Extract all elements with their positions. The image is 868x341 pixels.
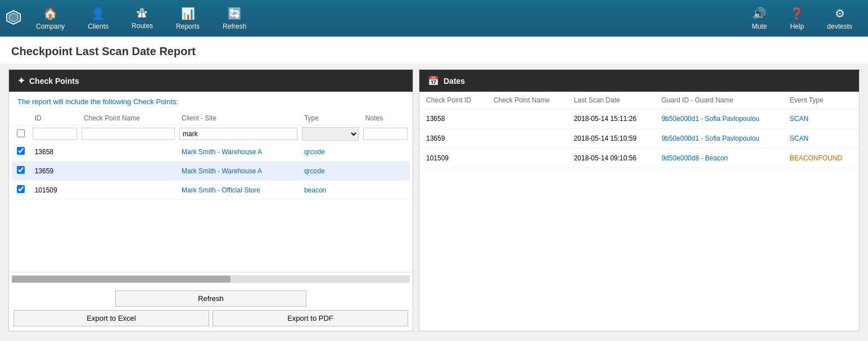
row1-checkbox[interactable] [17, 147, 25, 155]
col-id: ID [30, 111, 79, 125]
filter-id-input[interactable] [33, 128, 77, 140]
horizontal-scroll-area [9, 272, 413, 286]
filter-site-cell[interactable] [177, 125, 300, 143]
dates-tbody: 13658 2018-05-14 15:11:26 9b50e000d1 - S… [419, 109, 859, 168]
row1-notes [361, 142, 410, 161]
refresh-button[interactable]: Refresh [115, 290, 306, 307]
export-pdf-button[interactable]: Export to PDF [213, 310, 408, 326]
nav-item-company[interactable]: 🏠 Company [26, 2, 75, 35]
table-row: 101509 Mark Smith - Official Store beaco… [12, 181, 410, 200]
dates-panel: 📅 Dates Check Point ID Check Point Name … [419, 69, 860, 331]
dates-row2-cpname [487, 129, 567, 149]
nav-items-right: 🔊 Mute ❓ Help ⚙ devtests [742, 2, 862, 35]
row3-checkbox-cell[interactable] [12, 181, 30, 200]
dates-row1-lastscan: 2018-05-14 15:11:26 [567, 109, 655, 129]
dates-col-guard: Guard ID - Guard Name [655, 92, 783, 109]
table-row: 13658 2018-05-14 15:11:26 9b50e000d1 - S… [419, 109, 859, 129]
nav-label-refresh: Refresh [223, 23, 246, 30]
dates-row3-cpid: 101509 [419, 149, 487, 168]
nav-item-refresh[interactable]: 🔄 Refresh [213, 2, 256, 35]
row2-checkbox-cell[interactable] [12, 161, 30, 181]
horizontal-scrollbar[interactable] [12, 275, 410, 283]
dates-col-cpid: Check Point ID [419, 92, 487, 109]
nav-label-routes: Routes [132, 22, 153, 30]
export-excel-button[interactable]: Export to Excel [13, 310, 209, 326]
table-row: 13659 2018-05-14 15:10:59 9b50e000d1 - S… [419, 129, 859, 149]
nav-item-help[interactable]: ❓ Help [780, 2, 814, 35]
filter-name-cell[interactable] [79, 125, 177, 143]
refresh-nav-icon: 🔄 [228, 7, 242, 20]
nav-label-company: Company [36, 23, 65, 30]
filter-row: qrcode beacon [12, 125, 410, 143]
help-icon: ❓ [790, 7, 804, 20]
nav-item-reports[interactable]: 📊 Reports [166, 2, 210, 35]
routes-icon: 🛣 [137, 7, 148, 20]
filter-type-select[interactable]: qrcode beacon [302, 127, 359, 141]
row1-id: 13658 [30, 142, 79, 161]
nav-item-devtests[interactable]: ⚙ devtests [817, 2, 862, 35]
dates-row2-cpid: 13659 [419, 129, 487, 149]
row2-site: Mark Smith - Warehouse A [177, 161, 300, 181]
row3-site: Mark Smith - Official Store [177, 181, 300, 200]
dates-header-label: Dates [444, 77, 465, 86]
home-icon: 🏠 [43, 7, 57, 20]
row3-id: 101509 [30, 181, 79, 200]
dates-row1-guard: 9b50e000d1 - Sofia Pavlopoulou [655, 109, 783, 129]
row2-checkbox[interactable] [17, 166, 25, 174]
checkpoints-table-wrapper: ID Check Point Name Client - Site Type N… [9, 111, 413, 272]
bottom-buttons: Refresh Export to Excel Export to PDF [9, 286, 413, 331]
row3-type: beacon [300, 181, 361, 200]
filter-type-cell[interactable]: qrcode beacon [300, 125, 361, 143]
dates-row1-cpname [487, 109, 567, 129]
move-icon: ✦ [17, 75, 25, 86]
table-row: 101509 2018-05-14 09:10:56 9d50e000d8 - … [419, 149, 859, 168]
header-checkbox-cell[interactable] [12, 125, 30, 143]
nav-label-help: Help [790, 23, 804, 30]
checkpoints-table: ID Check Point Name Client - Site Type N… [12, 111, 410, 200]
settings-icon: ⚙ [835, 7, 845, 20]
row3-checkbox[interactable] [17, 185, 25, 193]
col-notes: Notes [361, 111, 410, 125]
top-navigation: 🏠 Company 👤 Clients 🛣 Routes 📊 Reports 🔄… [0, 0, 868, 37]
nav-item-mute[interactable]: 🔊 Mute [742, 2, 777, 35]
col-checkbox [12, 111, 30, 125]
dates-col-lastscan: Last Scan Date [567, 92, 655, 109]
select-all-checkbox[interactable] [17, 129, 25, 137]
dates-row2-eventtype: SCAN [783, 129, 859, 149]
nav-items-left: 🏠 Company 👤 Clients 🛣 Routes 📊 Reports 🔄… [26, 2, 742, 35]
nav-item-routes[interactable]: 🛣 Routes [121, 2, 163, 35]
filter-notes-cell[interactable] [361, 125, 410, 143]
dates-row1-cpid: 13658 [419, 109, 487, 129]
dates-row2-lastscan: 2018-05-14 15:10:59 [567, 129, 655, 149]
filter-id-cell[interactable] [30, 125, 79, 143]
row2-type: qrcode [300, 161, 361, 181]
row1-site: Mark Smith - Warehouse A [177, 142, 300, 161]
col-site: Client - Site [177, 111, 300, 125]
checkpoints-header-label: Check Points [29, 77, 79, 86]
col-name: Check Point Name [79, 111, 177, 125]
nav-label-mute: Mute [752, 23, 767, 30]
reports-icon: 📊 [181, 7, 195, 20]
dates-row3-lastscan: 2018-05-14 09:10:56 [567, 149, 655, 168]
table-row: 13659 Mark Smith - Warehouse A qrcode [12, 161, 410, 181]
nav-item-clients[interactable]: 👤 Clients [78, 2, 119, 35]
row1-name [79, 142, 177, 161]
dates-row1-eventtype: SCAN [783, 109, 859, 129]
nav-label-clients: Clients [88, 23, 108, 30]
filter-name-input[interactable] [82, 128, 175, 140]
clients-icon: 👤 [91, 7, 105, 20]
filter-notes-input[interactable] [363, 128, 408, 140]
dates-row3-cpname [487, 149, 567, 168]
filter-site-input[interactable] [179, 128, 297, 140]
col-type: Type [300, 111, 361, 125]
checkpoints-header: ✦ Check Points [9, 70, 413, 92]
table-row: 13658 Mark Smith - Warehouse A qrcode [12, 142, 410, 161]
row3-notes [361, 181, 410, 200]
page-title: Checkpoint Last Scan Date Report [0, 37, 868, 64]
scrollbar-thumb[interactable] [12, 276, 230, 282]
main-content: ✦ Check Points The report will include t… [0, 64, 868, 337]
row1-checkbox-cell[interactable] [12, 142, 30, 161]
mute-icon: 🔊 [752, 7, 766, 20]
dates-row3-eventtype: BEACONFOUND [783, 149, 859, 168]
dates-table: Check Point ID Check Point Name Last Sca… [419, 92, 859, 168]
